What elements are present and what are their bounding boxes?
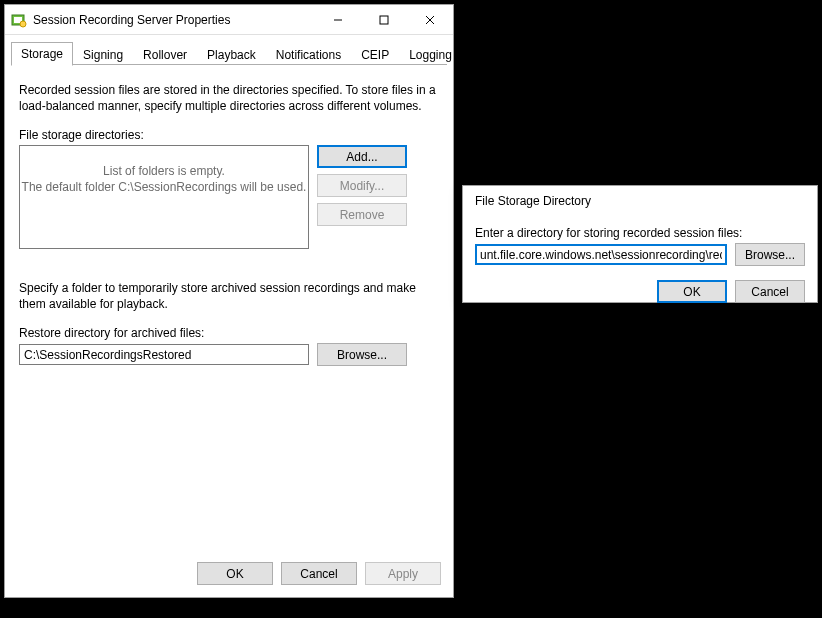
tab-bar: Storage Signing Rollover Playback Notifi… [5,35,453,65]
tab-rollover[interactable]: Rollover [133,43,197,66]
tab-notifications[interactable]: Notifications [266,43,351,66]
file-storage-label: File storage directories: [19,128,439,142]
tab-scroll-right[interactable]: ▸ [514,47,529,65]
dialog-titlebar: File Storage Directory [463,186,817,216]
svg-point-2 [20,21,26,27]
maximize-button[interactable] [361,5,407,34]
browse-restore-button[interactable]: Browse... [317,343,407,366]
minimize-button[interactable] [315,5,361,34]
tab-ceip[interactable]: CEIP [351,43,399,66]
window-title: Session Recording Server Properties [33,13,315,27]
cancel-button[interactable]: Cancel [281,562,357,585]
tab-logging[interactable]: Logging [399,43,462,66]
file-storage-listbox[interactable]: List of folders is empty. The default fo… [19,145,309,249]
listbox-empty-line1: List of folders is empty. [103,164,225,180]
svg-rect-4 [380,16,388,24]
titlebar: Session Recording Server Properties [5,5,453,35]
dialog-title: File Storage Directory [469,194,817,208]
ok-button[interactable]: OK [197,562,273,585]
restore-label: Restore directory for archived files: [19,326,439,340]
dialog-browse-button[interactable]: Browse... [735,243,805,266]
dialog-cancel-button[interactable]: Cancel [735,280,805,303]
apply-button: Apply [365,562,441,585]
dialog-prompt: Enter a directory for storing recorded s… [475,226,805,240]
app-icon [11,12,27,28]
tab-scroll-left[interactable]: ◂ [499,47,514,65]
listbox-empty-line2: The default folder C:\SessionRecordings … [22,180,307,196]
restore-description: Specify a folder to temporarily store ar… [19,281,439,312]
close-button[interactable] [407,5,453,34]
tab-storage[interactable]: Storage [11,42,73,66]
restore-directory-input[interactable] [19,344,309,365]
tab-signing[interactable]: Signing [73,43,133,66]
add-button[interactable]: Add... [317,145,407,168]
tab-last-partial[interactable]: RB [462,43,499,66]
modify-button: Modify... [317,174,407,197]
remove-button: Remove [317,203,407,226]
tab-playback[interactable]: Playback [197,43,266,66]
directory-input[interactable] [475,244,727,265]
dialog-ok-button[interactable]: OK [657,280,727,303]
storage-description: Recorded session files are stored in the… [19,83,439,114]
